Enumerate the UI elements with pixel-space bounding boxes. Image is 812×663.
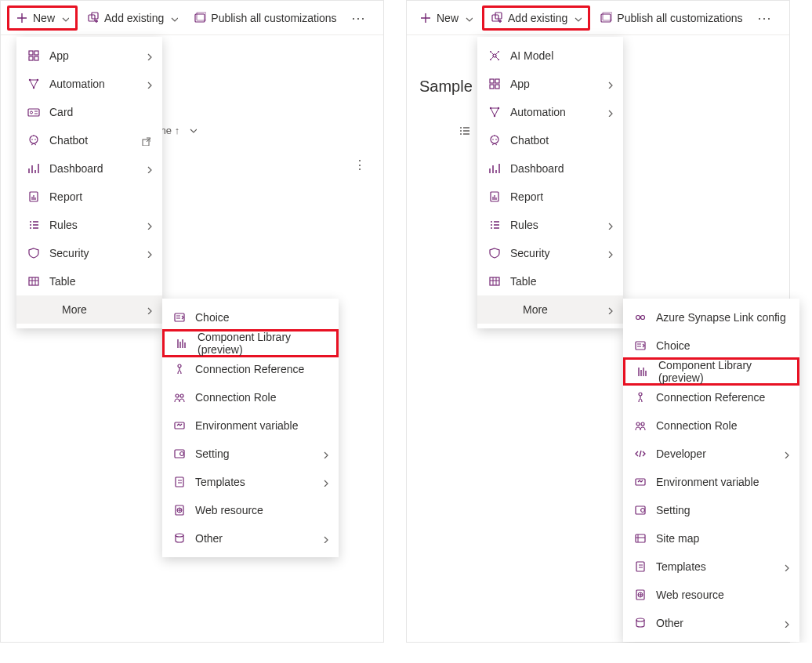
envvar-icon (633, 476, 648, 488)
automation-icon (487, 106, 502, 118)
menu-item-chatbot[interactable]: Chatbot (16, 126, 162, 154)
menu-item-table[interactable]: Table (16, 267, 162, 295)
menu-item-app[interactable]: App (477, 70, 623, 98)
menu-item-choice[interactable]: Choice (162, 303, 339, 332)
menu-item-component-library-preview-[interactable]: Component Library (preview) (162, 329, 339, 357)
menu-item-ai-model[interactable]: AI Model (477, 42, 623, 70)
menu-item-environment-variable[interactable]: Environment variable (162, 411, 339, 440)
menu-item-security[interactable]: Security (477, 239, 623, 267)
menu-item-rules[interactable]: Rules (16, 211, 162, 239)
overflow-button[interactable]: ⋯ (751, 9, 778, 27)
menu-item-table[interactable]: Table (477, 267, 623, 295)
chevron-right-icon (604, 248, 614, 258)
menu-item-automation[interactable]: Automation (16, 70, 162, 98)
menu-item-label: Web resource (195, 504, 329, 516)
menu-item-rules[interactable]: Rules (477, 211, 623, 239)
automation-icon (26, 78, 42, 90)
chevron-right-icon (143, 220, 153, 230)
menu-item-card[interactable]: Card (16, 98, 162, 126)
new-button[interactable]: New (413, 5, 479, 31)
chevron-down-icon (169, 13, 178, 23)
other-icon (633, 617, 648, 629)
chevron-down-icon (572, 13, 582, 23)
setting-icon (633, 504, 648, 516)
menu-item-connection-reference[interactable]: Connection Reference (623, 383, 799, 411)
menu-item-label: Site map (656, 532, 790, 545)
table-icon (26, 275, 42, 288)
chevron-down-icon (463, 13, 473, 23)
chevron-right-icon (781, 618, 790, 628)
chevron-right-icon (143, 305, 153, 314)
security-icon (487, 247, 502, 259)
menu-item-label: Chatbot (49, 134, 136, 147)
menu-item-report[interactable]: Report (477, 183, 623, 211)
external-link-icon (140, 136, 153, 146)
menu-item-label: Templates (656, 560, 781, 573)
publish-button[interactable]: Publish all customizations (187, 5, 343, 31)
left-panel: New Add existing Publish all customizati… (0, 0, 384, 643)
menu-item-label: Web resource (656, 589, 790, 601)
envvar-icon (172, 419, 187, 432)
add-existing-icon (87, 12, 100, 24)
chevron-right-icon (320, 477, 329, 487)
menu-item-site-map[interactable]: Site map (623, 524, 799, 552)
connection-icon (172, 363, 187, 375)
menu-item-dashboard[interactable]: Dashboard (477, 154, 623, 183)
menu-item-label: Azure Synapse Link config (656, 311, 790, 324)
publish-icon (194, 12, 206, 24)
overflow-button[interactable]: ⋯ (345, 9, 372, 27)
menu-item-report[interactable]: Report (16, 183, 162, 211)
menu-item-other[interactable]: Other (162, 524, 339, 552)
chatbot-icon (26, 134, 42, 147)
publish-icon (600, 12, 612, 24)
menu-item-chatbot[interactable]: Chatbot (477, 126, 623, 154)
menu-item-label: Other (195, 532, 320, 545)
publish-button[interactable]: Publish all customizations (593, 5, 749, 31)
menu-item-setting[interactable]: Setting (623, 496, 799, 524)
add-existing-button[interactable]: Add existing (81, 5, 184, 31)
menu-item-connection-reference[interactable]: Connection Reference (162, 355, 339, 383)
new-button[interactable]: New (7, 5, 78, 31)
menu-item-automation[interactable]: Automation (477, 98, 623, 126)
menu-item-environment-variable[interactable]: Environment variable (623, 468, 799, 496)
menu-item-label: Environment variable (195, 419, 329, 432)
more-submenu-left: ChoiceComponent Library (preview)Connect… (162, 299, 339, 557)
menu-item-app[interactable]: App (16, 42, 162, 70)
menu-item-label: AI Model (510, 49, 614, 62)
chevron-right-icon (604, 107, 614, 117)
menu-item-choice[interactable]: Choice (623, 332, 799, 360)
list-view-icon[interactable] (459, 125, 471, 137)
menu-item-web-resource[interactable]: Web resource (623, 581, 799, 609)
menu-item-templates[interactable]: Templates (623, 552, 799, 581)
menu-item-connection-role[interactable]: Connection Role (162, 383, 339, 411)
templates-icon (172, 476, 187, 488)
menu-item-security[interactable]: Security (16, 239, 162, 267)
webres-icon (172, 504, 187, 516)
add-existing-menu: AI ModelAppAutomationChatbotDashboardRep… (477, 37, 623, 328)
menu-item-label: Report (49, 190, 153, 203)
menu-item-more[interactable]: More (16, 295, 162, 324)
menu-item-azure-synapse-link-config[interactable]: Azure Synapse Link config (623, 303, 799, 332)
webres-icon (633, 589, 648, 601)
menu-item-connection-role[interactable]: Connection Role (623, 411, 799, 440)
menu-item-other[interactable]: Other (623, 609, 799, 637)
menu-item-setting[interactable]: Setting (162, 440, 339, 468)
report-icon (26, 190, 42, 203)
more-submenu-right: Azure Synapse Link configChoiceComponent… (623, 299, 799, 642)
menu-item-dashboard[interactable]: Dashboard (16, 154, 162, 183)
component-icon (635, 365, 651, 378)
menu-item-web-resource[interactable]: Web resource (162, 496, 339, 524)
add-existing-button[interactable]: Add existing (482, 5, 590, 31)
name-sort-header[interactable]: me ↑ (158, 125, 197, 136)
menu-item-component-library-preview-[interactable]: Component Library (preview) (623, 357, 799, 386)
row-more-button[interactable]: ⋮ (347, 158, 372, 172)
menu-item-label: Connection Reference (656, 391, 790, 404)
plus-icon (419, 12, 432, 24)
new-button-label: New (33, 12, 55, 24)
menu-item-label: Choice (656, 339, 790, 352)
menu-item-more[interactable]: More (477, 295, 623, 324)
dashboard-icon (26, 162, 42, 175)
chevron-right-icon (320, 449, 329, 458)
menu-item-templates[interactable]: Templates (162, 468, 339, 496)
menu-item-developer[interactable]: Developer (623, 440, 799, 468)
